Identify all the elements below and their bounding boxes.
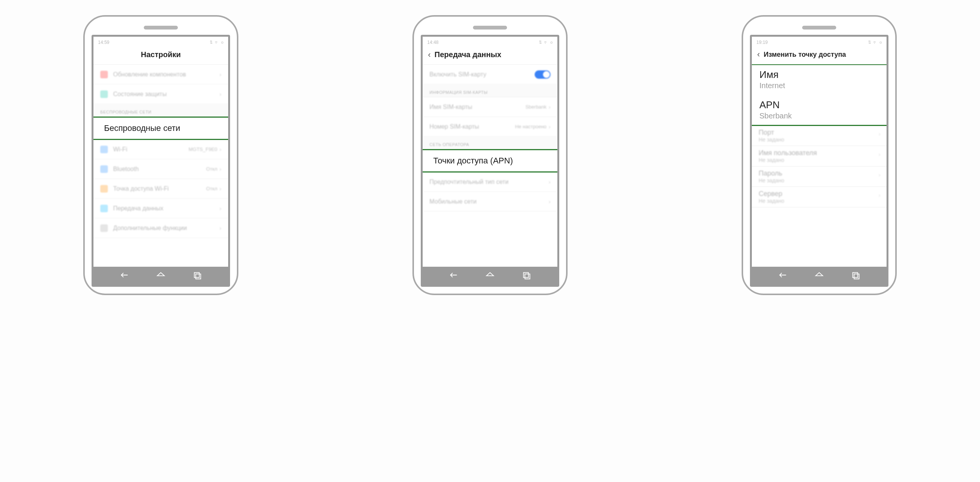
row-wifi[interactable]: Wi-Fi MGTS_F9E0 › xyxy=(94,140,228,159)
field-label: Имя пользователя xyxy=(759,149,880,157)
field-value: Не задано xyxy=(759,157,880,163)
field-label: Порт xyxy=(759,129,880,137)
android-navbar xyxy=(94,267,228,285)
wifi-icon xyxy=(100,146,108,153)
field-label: APN xyxy=(759,99,879,111)
bluetooth-icon xyxy=(100,165,108,173)
svg-rect-4 xyxy=(853,272,858,277)
nav-recent-icon[interactable] xyxy=(850,269,862,282)
svg-rect-2 xyxy=(523,272,528,277)
nav-back-icon[interactable] xyxy=(777,269,789,282)
svg-rect-1 xyxy=(196,274,200,279)
phone-speaker xyxy=(473,26,507,30)
chevron-right-icon: › xyxy=(549,104,550,110)
row-value: MGTS_F9E0 xyxy=(188,146,217,152)
apn-field-server[interactable]: Сервер Не задано › xyxy=(752,187,886,207)
apn-name-apn-highlighted: Имя Internet APN Sberbank xyxy=(752,64,886,126)
row-apn-highlighted[interactable]: Точки доступа (APN) xyxy=(423,149,557,172)
apn-field-port[interactable]: Порт Не задано › xyxy=(752,126,886,146)
apn-edit-list: Имя Internet APN Sberbank Порт Не задано… xyxy=(752,64,886,267)
status-time: 14:59 xyxy=(98,40,109,45)
nav-home-icon[interactable] xyxy=(813,269,825,282)
back-icon[interactable]: ‹ xyxy=(757,50,760,59)
status-bar: 14:48 ⇅ ᯤ ▢ xyxy=(423,37,557,48)
nav-back-icon[interactable] xyxy=(448,269,459,282)
field-value: Не задано xyxy=(759,198,880,204)
chevron-right-icon: › xyxy=(878,192,880,198)
field-value: Internet xyxy=(759,81,879,90)
row-label: Точка доступа Wi-Fi xyxy=(113,185,206,192)
row-more[interactable]: Дополнительные функции › xyxy=(94,218,228,238)
row-preferred-network[interactable]: Предпочтительный тип сети › xyxy=(423,172,557,192)
row-label: Номер SIM-карты xyxy=(430,123,515,130)
sim-toggle-switch[interactable] xyxy=(535,70,550,79)
page-title: Изменить точку доступа xyxy=(764,51,846,59)
row-hotspot[interactable]: Точка доступа Wi-Fi Откл › xyxy=(94,179,228,199)
apn-field-password[interactable]: Пароль Не задано › xyxy=(752,167,886,187)
android-navbar xyxy=(423,267,557,285)
nav-recent-icon[interactable] xyxy=(192,269,203,282)
field-label: Пароль xyxy=(759,170,880,177)
chevron-right-icon: › xyxy=(220,72,221,78)
row-value: Откл xyxy=(206,186,218,191)
android-navbar xyxy=(752,267,886,285)
row-label: Состояние защиты xyxy=(113,91,220,98)
section-operator-network: СЕТЬ ОПЕРАТОРА xyxy=(423,137,557,150)
field-value: Sberbank xyxy=(759,111,879,120)
row-label: Точки доступа (APN) xyxy=(433,156,513,166)
phone-screen: 14:48 ⇅ ᯤ ▢ ‹ Передача данных Включить S… xyxy=(421,35,559,287)
row-label: Дополнительные функции xyxy=(113,225,220,232)
chevron-right-icon: › xyxy=(878,172,880,178)
chevron-right-icon: › xyxy=(220,205,221,212)
nav-recent-icon[interactable] xyxy=(521,269,532,282)
row-value: Sberbank xyxy=(525,104,547,110)
phone-mockup-data-transfer: 14:48 ⇅ ᯤ ▢ ‹ Передача данных Включить S… xyxy=(412,15,568,295)
nav-home-icon[interactable] xyxy=(155,269,167,282)
chevron-right-icon: › xyxy=(220,225,221,231)
row-wireless-networks-highlighted[interactable]: Беспроводные сети xyxy=(94,116,228,140)
svg-rect-5 xyxy=(854,274,859,279)
field-label: Сервер xyxy=(759,190,880,198)
data-settings-list: Включить SIM-карту ИНФОРМАЦИЯ SIM-КАРТЫ … xyxy=(423,64,557,267)
row-mobile-networks[interactable]: Мобильные сети › xyxy=(423,192,557,212)
phone-speaker xyxy=(144,26,178,30)
phone-screen: 19:19 ⇅ ᯤ ▢ ‹ Изменить точку доступа Имя… xyxy=(750,35,888,287)
phone-screen: 14:59 ⇅ ᯤ ▢ Настройки Обновление компоне… xyxy=(92,35,230,287)
field-value: Не задано xyxy=(759,177,880,183)
chevron-right-icon: › xyxy=(878,151,880,157)
row-sim-name[interactable]: Имя SIM-карты Sberbank › xyxy=(423,97,557,117)
field-value: Не задано xyxy=(759,137,880,143)
status-indicators: ⇅ ᯤ ▢ xyxy=(539,40,553,45)
chevron-right-icon: › xyxy=(220,146,221,153)
settings-list: Обновление компонентов › Состояние защит… xyxy=(94,64,228,267)
field-label: Имя xyxy=(759,69,879,81)
row-label: Bluetooth xyxy=(113,166,206,172)
row-bluetooth[interactable]: Bluetooth Откл › xyxy=(94,159,228,179)
phone-speaker xyxy=(802,26,836,30)
row-data-transfer[interactable]: Передача данных › xyxy=(94,199,228,218)
chevron-right-icon: › xyxy=(220,91,221,97)
status-indicators: ⇅ ᯤ ▢ xyxy=(869,40,882,45)
row-security-status[interactable]: Состояние защиты › xyxy=(94,84,228,104)
nav-back-icon[interactable] xyxy=(119,269,130,282)
nav-home-icon[interactable] xyxy=(484,269,496,282)
chevron-right-icon: › xyxy=(220,166,221,172)
page-title: Передача данных xyxy=(434,50,501,59)
apn-field-apn[interactable]: APN Sberbank xyxy=(759,94,879,122)
page-title: Настройки xyxy=(141,50,181,59)
svg-rect-3 xyxy=(525,274,530,279)
more-icon xyxy=(100,224,108,232)
row-label: Wi-Fi xyxy=(113,146,188,153)
page-header: Настройки xyxy=(94,48,228,64)
row-enable-sim[interactable]: Включить SIM-карту xyxy=(423,65,557,84)
phone-mockup-edit-apn: 19:19 ⇅ ᯤ ▢ ‹ Изменить точку доступа Имя… xyxy=(741,15,897,295)
back-icon[interactable]: ‹ xyxy=(428,51,431,59)
row-label: Предпочтительный тип сети xyxy=(430,178,549,185)
row-sim-number[interactable]: Номер SIM-карты Не настроено › xyxy=(423,117,557,137)
status-time: 14:48 xyxy=(427,40,439,45)
row-update-components[interactable]: Обновление компонентов › xyxy=(94,65,228,84)
row-label: Беспроводные сети xyxy=(104,123,180,133)
apn-field-username[interactable]: Имя пользователя Не задано › xyxy=(752,146,886,167)
apn-field-name[interactable]: Имя Internet xyxy=(759,67,879,94)
row-label: Мобильные сети xyxy=(430,198,549,205)
